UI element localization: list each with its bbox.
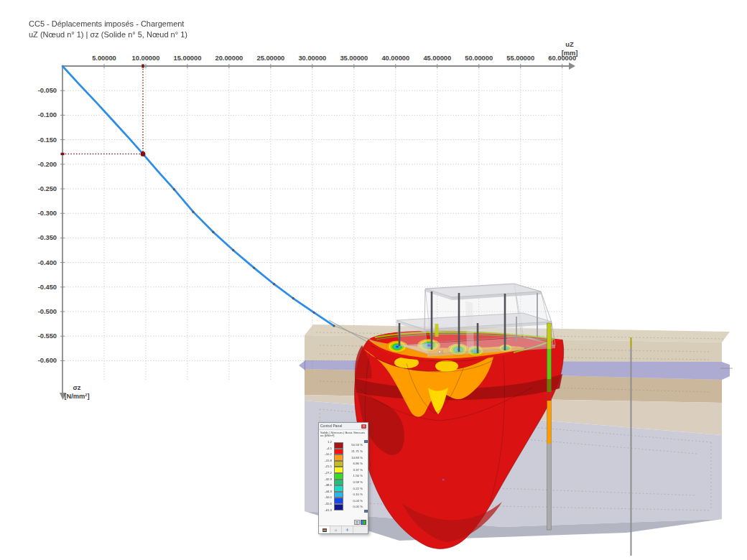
legend-boundary-value: -55.6 bbox=[319, 502, 332, 506]
control-panel-title: Control Panel bbox=[320, 423, 342, 429]
building-structure bbox=[396, 284, 555, 357]
house-icon: ⌂ bbox=[335, 528, 338, 532]
tab-filter[interactable]: ✛ bbox=[342, 526, 353, 533]
diagram-subtitle: uZ (Nœud n° 1) | σz (Solide n° 5, Nœud n… bbox=[29, 29, 187, 40]
close-icon[interactable]: x bbox=[361, 424, 366, 429]
legend-percentage: 14.83 % bbox=[343, 456, 363, 460]
legend-percentage: 1.56 % bbox=[343, 474, 363, 478]
legend-percentage: 3.37 % bbox=[343, 468, 363, 472]
legend-boundary-value: -38.6 bbox=[319, 483, 332, 487]
legend-boundary-value: -32.9 bbox=[319, 477, 332, 482]
legend-percentage: 0.10 % bbox=[343, 493, 363, 497]
pile-2-top bbox=[435, 324, 439, 337]
diagram-title: CC5 - Déplacements imposés - Chargement bbox=[29, 19, 187, 29]
scale-min-handle[interactable] bbox=[364, 510, 368, 513]
node-marker-small bbox=[442, 479, 444, 480]
tab-color-spectrum[interactable] bbox=[319, 526, 330, 533]
legend-boundary-value: 1.2 bbox=[319, 440, 332, 444]
panel-options-icon[interactable] bbox=[354, 520, 360, 525]
legend-percentage: 0.04 % bbox=[343, 499, 363, 503]
control-panel-titlebar[interactable]: Control Panel x bbox=[319, 423, 368, 430]
legend-boundary-value: -21.5 bbox=[319, 465, 332, 469]
legend-percentage: 21.71 % bbox=[343, 449, 363, 454]
legend-boundary-value: -50.0 bbox=[319, 495, 332, 500]
tab-display-factors[interactable]: ⌂ bbox=[330, 526, 342, 533]
color-spectrum-icon bbox=[323, 528, 327, 532]
legend-boundary-value: -44.3 bbox=[319, 490, 332, 494]
model-3d-view[interactable] bbox=[0, 0, 747, 560]
color-scale-settings-icon[interactable] bbox=[361, 520, 366, 525]
axes-icon: ✛ bbox=[345, 528, 349, 532]
panel-result-quantity: σz [kN/m²] bbox=[320, 434, 366, 438]
legend-percentage: 50.53 % bbox=[343, 443, 363, 447]
legend-boundary-value: -27.2 bbox=[319, 471, 332, 475]
legend-boundary-value: -15.8 bbox=[319, 459, 332, 463]
color-scale-legend: 50.53 %21.71 %14.83 %6.86 %3.37 %1.56 %0… bbox=[319, 439, 368, 513]
legend-boundary-value: -61.3 bbox=[319, 508, 332, 513]
control-panel-window: Control Panel x Solids | Stresses | Basi… bbox=[318, 422, 368, 534]
legend-percentage: 0.58 % bbox=[343, 480, 363, 485]
scale-max-handle[interactable] bbox=[364, 440, 368, 443]
legend-percentage: 0.00 % bbox=[343, 505, 363, 509]
legend-percentage: 6.86 % bbox=[343, 462, 363, 466]
legend-boundary-value: -4.5 bbox=[319, 447, 332, 451]
diagram-header: CC5 - Déplacements imposés - Chargement … bbox=[29, 19, 187, 40]
legend-boundary-value: -10.2 bbox=[319, 452, 332, 457]
legend-percentage: 0.22 % bbox=[343, 487, 363, 491]
control-panel-tabs: ⌂ ✛ bbox=[319, 526, 368, 533]
